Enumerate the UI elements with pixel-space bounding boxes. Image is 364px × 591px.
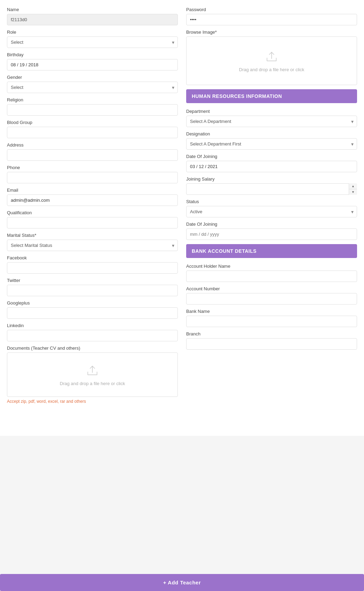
status-label: Status [186,199,357,204]
twitter-field-group: Twitter [7,278,178,296]
facebook-input[interactable] [7,262,178,274]
name-value: f2113d0 [7,14,178,25]
designation-select-wrapper[interactable]: Select A Department First [186,138,357,150]
bank-name-input[interactable] [186,316,357,327]
department-label: Department [186,109,357,114]
designation-label: Designation [186,131,357,136]
email-label: Email [7,188,178,193]
salary-spinners: ▲ ▼ [349,183,357,195]
designation-select[interactable]: Select A Department First [186,138,357,150]
password-label: Password [186,7,357,12]
status-field-group: Status Active Inactive [186,199,357,217]
linkedin-label: Linkedin [7,323,178,328]
linkedin-input[interactable] [7,330,178,341]
date-of-joining-field-group: Date Of Joining [186,154,357,172]
browse-upload-icon [265,49,279,64]
gender-select-wrapper[interactable]: Select Male Female Other [7,82,178,93]
salary-increment[interactable]: ▲ [349,183,357,189]
browse-image-field-group: Browse Image* Drag and drop a file here … [186,30,357,85]
role-field-group: Role Select Admin Teacher Student [7,30,178,48]
marital-status-select[interactable]: Select Marital Status Single Married Div… [7,240,178,251]
account-number-input[interactable] [186,293,357,305]
phone-input[interactable] [7,172,178,183]
linkedin-field-group: Linkedin [7,323,178,341]
address-input[interactable] [7,149,178,161]
password-field-group: Password [186,7,357,25]
phone-label: Phone [7,165,178,170]
documents-upload-text: Drag and drop a file here or click [60,381,125,386]
salary-decrement[interactable]: ▼ [349,189,357,195]
birthday-label: Birthday [7,52,178,57]
gender-label: Gender [7,75,178,80]
accept-text: Accept zip, pdf, word, excel, rar and ot… [7,399,178,404]
account-holder-input[interactable] [186,270,357,282]
email-field-group: Email [7,188,178,206]
password-input[interactable] [186,14,357,25]
marital-status-label: Marital Status* [7,233,178,238]
joining-salary-field-group: Joining Salary ▲ ▼ [186,176,357,195]
address-field-group: Address [7,142,178,161]
bank-section-header: BANK ACCOUNT DETAILS [186,244,357,258]
joining-salary-label: Joining Salary [186,176,357,182]
twitter-input[interactable] [7,285,178,296]
gender-select[interactable]: Select Male Female Other [7,82,178,93]
role-label: Role [7,30,178,35]
browse-image-upload-box[interactable]: Drag and drop a file here or click [186,36,357,85]
bank-name-label: Bank Name [186,309,357,314]
facebook-field-group: Facebook [7,255,178,274]
religion-field-group: Religion [7,97,178,116]
religion-input[interactable] [7,104,178,116]
joining-salary-wrapper: ▲ ▼ [186,183,357,195]
facebook-label: Facebook [7,255,178,260]
department-select-wrapper[interactable]: Select A Department [186,116,357,127]
googleplus-input[interactable] [7,307,178,319]
qualification-input[interactable] [7,217,178,228]
address-label: Address [7,142,178,148]
qualification-field-group: Qualification [7,210,178,228]
birthday-input[interactable] [7,59,178,70]
status-select-wrapper[interactable]: Active Inactive [186,206,357,217]
blood-group-label: Blood Group [7,120,178,125]
date-of-joining2-input[interactable] [186,228,357,240]
role-select-wrapper[interactable]: Select Admin Teacher Student [7,36,178,48]
documents-upload-box[interactable]: Drag and drop a file here or click [7,352,178,397]
qualification-label: Qualification [7,210,178,215]
account-number-field-group: Account Number [186,286,357,305]
documents-field-group: Documents (Teacher CV and others) Drag a… [7,346,178,404]
browse-image-label: Browse Image* [186,30,357,35]
birthday-field-group: Birthday [7,52,178,70]
designation-field-group: Designation Select A Department First [186,131,357,150]
date-of-joining-label: Date Of Joining [186,154,357,159]
documents-label: Documents (Teacher CV and others) [7,346,178,351]
marital-status-field-group: Marital Status* Select Marital Status Si… [7,233,178,251]
department-field-group: Department Select A Department [186,109,357,127]
branch-field-group: Branch [186,331,357,350]
date-of-joining-input[interactable] [186,161,357,172]
name-label: Name [7,7,178,12]
account-holder-label: Account Holder Name [186,264,357,269]
branch-input[interactable] [186,338,357,350]
email-input[interactable] [7,194,178,206]
googleplus-label: Googleplus [7,300,178,306]
branch-label: Branch [186,331,357,336]
joining-salary-input[interactable] [186,183,357,195]
date-of-joining2-field-group: Date Of Joining [186,222,357,240]
account-number-label: Account Number [186,286,357,291]
name-field-group: Name f2113d0 [7,7,178,25]
status-select[interactable]: Active Inactive [186,206,357,217]
bank-name-field-group: Bank Name [186,309,357,327]
phone-field-group: Phone [7,165,178,183]
blood-group-input[interactable] [7,127,178,138]
department-select[interactable]: Select A Department [186,116,357,127]
gender-field-group: Gender Select Male Female Other [7,75,178,93]
date-of-joining2-label: Date Of Joining [186,222,357,227]
marital-status-select-wrapper[interactable]: Select Marital Status Single Married Div… [7,240,178,251]
blood-group-field-group: Blood Group [7,120,178,138]
googleplus-field-group: Googleplus [7,300,178,319]
twitter-label: Twitter [7,278,178,283]
role-select[interactable]: Select Admin Teacher Student [7,36,178,48]
account-holder-field-group: Account Holder Name [186,264,357,282]
hr-section-header: HUMAN RESOURCES INFORMATION [186,89,357,103]
religion-label: Religion [7,97,178,102]
browse-image-text: Drag and drop a file here or click [239,67,304,72]
